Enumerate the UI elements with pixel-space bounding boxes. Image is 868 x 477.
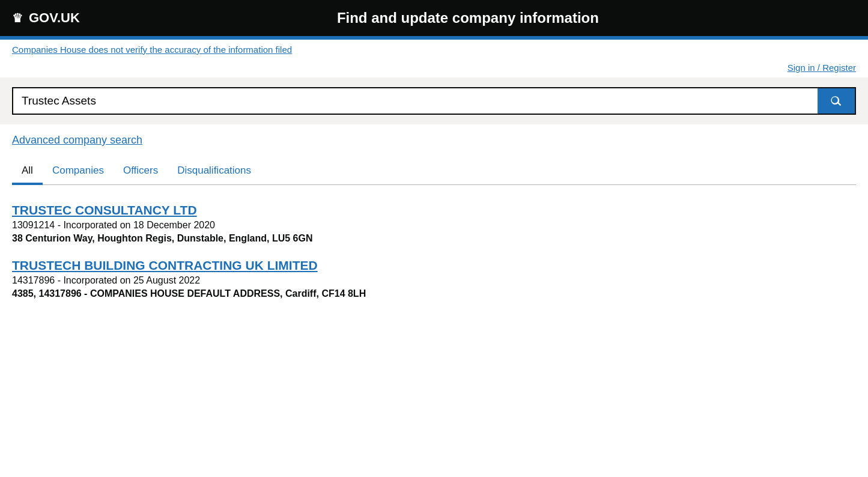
gov-logo: ♛ GOV.UK: [12, 10, 80, 26]
result-title: TRUSTEC CONSULTANCY LTD: [12, 203, 856, 217]
site-title: Find and update company information: [80, 10, 856, 26]
search-icon: [830, 94, 843, 108]
tab-all[interactable]: All: [12, 159, 43, 185]
search-input[interactable]: [13, 88, 818, 114]
site-header: ♛ GOV.UK Find and update company informa…: [0, 0, 868, 36]
result-title: TRUSTECH BUILDING CONTRACTING UK LIMITED: [12, 258, 856, 273]
search-box: [12, 87, 856, 115]
tabs-bar: All Companies Officers Disqualifications: [12, 159, 856, 185]
result-item: TRUSTEC CONSULTANCY LTD 13091214 - Incor…: [12, 203, 856, 244]
tab-officers[interactable]: Officers: [114, 159, 168, 185]
notice-bar: Companies House does not verify the accu…: [0, 40, 868, 60]
logo-text: GOV.UK: [29, 10, 80, 26]
advanced-search: Advanced company search: [12, 134, 856, 147]
results-list: TRUSTEC CONSULTANCY LTD 13091214 - Incor…: [12, 203, 856, 299]
main-content: Advanced company search All Companies Of…: [0, 124, 868, 323]
result-address: 4385, 14317896 - COMPANIES HOUSE DEFAULT…: [12, 288, 856, 299]
search-button[interactable]: [818, 88, 855, 114]
result-meta: 13091214 - Incorporated on 18 December 2…: [12, 220, 856, 231]
advanced-search-link[interactable]: Advanced company search: [12, 134, 142, 146]
result-meta: 14317896 - Incorporated on 25 August 202…: [12, 275, 856, 286]
result-link[interactable]: TRUSTECH BUILDING CONTRACTING UK LIMITED: [12, 258, 318, 272]
result-link[interactable]: TRUSTEC CONSULTANCY LTD: [12, 203, 197, 217]
sign-in-bar: Sign in / Register: [0, 60, 868, 77]
tab-companies[interactable]: Companies: [43, 159, 114, 185]
sign-in-link[interactable]: Sign in / Register: [788, 62, 856, 73]
tab-disqualifications[interactable]: Disqualifications: [168, 159, 261, 185]
result-item: TRUSTECH BUILDING CONTRACTING UK LIMITED…: [12, 258, 856, 299]
notice-link[interactable]: Companies House does not verify the accu…: [12, 44, 292, 55]
search-area: [0, 77, 868, 124]
crown-icon: ♛: [12, 11, 23, 25]
result-address: 38 Centurion Way, Houghton Regis, Dunsta…: [12, 233, 856, 244]
